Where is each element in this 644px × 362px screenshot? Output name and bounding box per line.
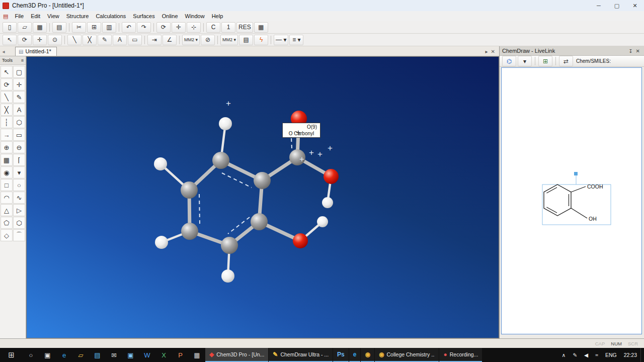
translate-tool[interactable]: ✛ [13,78,25,90]
salicylic-acid-2d-structure[interactable]: COOH OH [537,169,617,230]
atom-c[interactable] [251,213,268,230]
chemdraw-taskbar-button[interactable]: ✎ChemDraw Ultra - ... [269,348,333,362]
atom-c[interactable] [221,237,238,254]
livelink-drawing-area[interactable]: COOH OH [501,67,642,334]
curve-tool[interactable]: ⌒ [13,229,25,241]
rotate-tool[interactable]: ⟳ [1,78,13,90]
undo-button[interactable]: ↶ [122,22,136,33]
move-tool[interactable]: ✛ [33,35,47,45]
model-table-button[interactable]: ▦ [254,22,268,33]
single-bond-tool[interactable]: ╲ [1,91,13,103]
photoshop-taskbar-button[interactable]: Ps [333,348,349,362]
select-tool[interactable]: ↖ [1,66,13,78]
network-tray-icon[interactable]: ≈ [592,348,602,362]
tab-close-icon[interactable]: ✕ [491,49,495,54]
dashed-bond-tool[interactable]: ┆ [1,116,13,128]
chem3d-taskbar-button[interactable]: ◆Chem3D Pro - [Un... [205,348,268,362]
livelink-structure-button[interactable]: ⌬ [502,56,516,66]
zoom-tool[interactable]: ⊙ [48,35,62,45]
draw-tool[interactable]: ✎ [98,35,112,45]
pentagon-tool[interactable]: ⬠ [1,217,13,229]
livelink-header[interactable]: ChemDraw - LiveLink ↧ ✕ [500,46,644,56]
ring-tool[interactable]: ⬡ [13,116,25,128]
recording-taskbar-button[interactable]: ●Recording... [439,348,482,362]
menu-window[interactable]: Window [182,12,208,21]
dihedral-button[interactable]: ∠ [163,35,177,45]
atom-o[interactable] [324,169,339,184]
polygon-tool[interactable]: ▷ [13,204,25,216]
task-view-button[interactable]: ▣ [39,348,56,362]
single-bond-tool[interactable]: ╲ [67,35,82,45]
cut-button[interactable]: ✂ [72,22,86,33]
menu-edit[interactable]: Edit [27,12,44,21]
triangle-tool[interactable]: △ [1,204,13,216]
hash-style-combo[interactable]: ≡ ▾ [289,35,303,45]
wave-tool[interactable]: ∿ [13,192,25,204]
menu-surfaces[interactable]: Surfaces [129,12,158,21]
chart-button[interactable]: ▤ [239,35,253,45]
open-button[interactable]: ▱ [18,22,32,33]
clock[interactable]: 22:23 [620,348,640,362]
draw-tool[interactable]: ✎ [13,91,25,103]
rectangle-tool[interactable]: □ [1,179,13,191]
calculator-button[interactable]: ▦ [189,348,205,362]
atom-h[interactable] [219,117,232,130]
paste-button[interactable]: ▥ [102,22,116,33]
charge-minus-tool[interactable]: ⊖ [13,141,25,153]
atom-h[interactable] [221,269,234,283]
select-next-button[interactable]: ⇥ [147,35,162,45]
pen-tray-icon[interactable]: ✎ [569,348,581,362]
orbital-tool[interactable]: ◉ [1,166,13,178]
palette-menu-icon[interactable]: ≡ [21,58,24,63]
atom-c[interactable] [181,223,198,240]
more-shapes-button[interactable]: ▾ [13,166,25,178]
mm2-dynamics-combo[interactable]: MM2 ▾ [220,35,238,45]
atom-h[interactable] [155,236,168,249]
search-button[interactable]: ○ [23,348,39,362]
redo-button[interactable]: ↷ [137,22,151,33]
tab-scroll-right-icon[interactable]: ▸ [486,49,488,54]
atom-h[interactable] [322,197,333,208]
atom-c[interactable] [212,152,229,169]
menu-view[interactable]: View [44,12,63,21]
text-tool[interactable]: A [13,104,25,116]
menu-help[interactable]: Help [208,12,227,21]
atom-h[interactable] [317,216,328,227]
document-tab[interactable]: ▤ Untitled-1* [15,47,57,56]
bond-order-button[interactable]: 1 [221,22,235,33]
chrome-taskbar-button[interactable]: ◉ [361,348,374,362]
pin-icon[interactable]: ↧ [627,48,634,54]
tab-scroll-left-icon[interactable]: ◂ [0,49,7,56]
minimize-button[interactable]: ─ [590,0,608,11]
text-tool[interactable]: A [113,35,127,45]
start-button[interactable]: ⊞ [0,348,23,362]
run-mm2-button[interactable]: ϟ [254,35,268,45]
menu-structure[interactable]: Structure [63,12,93,21]
marquee-tool[interactable]: ▢ [13,66,25,78]
res-button[interactable]: RES [236,22,253,33]
arrow-tool[interactable]: → [1,129,13,141]
edge-button[interactable]: e [56,348,72,362]
livelink-dropdown[interactable]: ▾ [518,56,532,66]
tray-expand-button[interactable]: ∧ [558,348,570,362]
show-desktop-button[interactable] [640,348,644,362]
print-button[interactable]: ▤ [52,22,66,33]
mm2-minimize-combo[interactable]: MM2 ▾ [182,35,200,45]
oval-tool[interactable]: ○ [13,179,25,191]
panel-close-icon[interactable]: ✕ [634,48,641,54]
charge-plus-tool[interactable]: ⊕ [1,141,13,153]
bracket-tool[interactable]: ⌈ [13,154,25,166]
table-tool[interactable]: ▦ [1,154,13,166]
arc-tool[interactable]: ◠ [1,192,13,204]
file-explorer-button[interactable]: ▱ [72,348,89,362]
mail-button[interactable]: ✉ [106,348,122,362]
diamond-tool[interactable]: ◇ [1,229,13,241]
hexagon-tool[interactable]: ⬡ [13,217,25,229]
rotate-view-button[interactable]: ⟳ [156,22,171,33]
center-view-button[interactable]: ✛ [172,22,186,33]
stop-calculation-button[interactable]: ⊘ [201,35,215,45]
powerpoint-button[interactable]: P [172,348,189,362]
multiple-bond-tool[interactable]: ╳ [1,104,13,116]
copy-button[interactable]: ⊞ [87,22,101,33]
excel-button[interactable]: X [155,348,172,362]
